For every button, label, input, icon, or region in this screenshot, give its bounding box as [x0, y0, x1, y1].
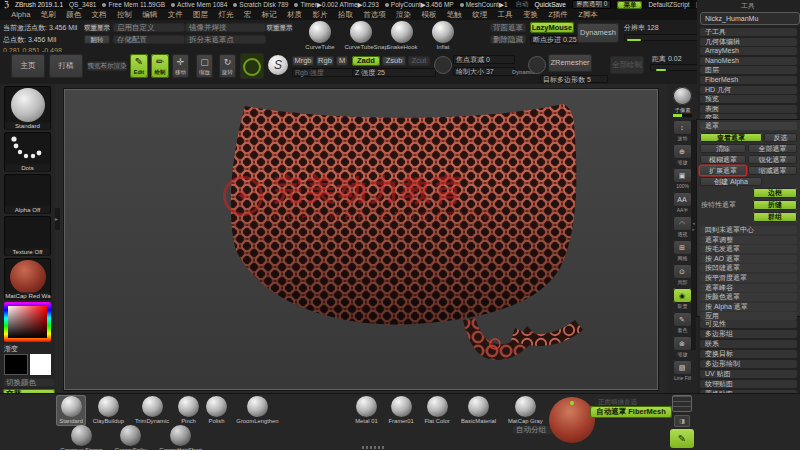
right-shelf-button[interactable]: ◠ 透视	[672, 216, 693, 237]
menu-item[interactable]: 标记	[256, 10, 281, 20]
mirror-and-weld-button[interactable]: 镜像并焊接	[185, 23, 266, 32]
tray-brush[interactable]: Standard	[56, 395, 86, 426]
tray-brush[interactable]: GroomHairShort	[155, 424, 206, 450]
right-shelf-button[interactable]: ⊞ 网格	[672, 240, 693, 261]
mask-action-item[interactable]: 回到未遮罩中心	[700, 226, 797, 234]
target-polycount-slider[interactable]: 目标多边形数 5	[540, 75, 608, 83]
tray-brush[interactable]: ClayBuildup	[89, 395, 128, 426]
sculptris-pro-button[interactable]	[240, 53, 264, 79]
quick-brush[interactable]: CurveTube	[302, 21, 338, 51]
right-shelf-button[interactable]: ▣ 100%	[672, 168, 693, 189]
tray-brush[interactable]: GroomLengthen	[232, 395, 283, 426]
preview-boolean-button[interactable]: 预览布尔渲染	[87, 61, 127, 71]
subpalette-item[interactable]: 图层	[700, 66, 797, 74]
menu-item[interactable]: 变换	[518, 10, 543, 20]
clear-mask-button[interactable]: 清除	[700, 144, 746, 153]
menu-item[interactable]: 颜色	[61, 10, 86, 20]
ui-opacity-slider[interactable]: 界面透明 0	[572, 0, 611, 9]
blur-mask-button[interactable]: 模糊遮罩	[700, 155, 746, 164]
menu-item[interactable]: 文件	[162, 10, 187, 20]
tray-brush[interactable]: GroomSpike	[111, 424, 151, 450]
menu-item[interactable]: 模板	[416, 10, 441, 20]
tray-material[interactable]: Metal 01	[352, 395, 381, 426]
view-mask-button[interactable]: 查看遮罩	[700, 133, 762, 142]
right-shelf-button[interactable]: ▨ Line Fill	[672, 360, 693, 381]
right-shelf-button[interactable]: ⊕ 缩放	[672, 144, 693, 165]
curve-step-slider[interactable]: 断点步进 0.25	[530, 35, 580, 44]
mask-action-item[interactable]: 遮罩峰谷	[700, 284, 797, 292]
menu-toggle-button[interactable]: 菜单	[617, 1, 642, 9]
draw-all-button[interactable]: 全部绘制	[610, 56, 644, 74]
menu-item[interactable]: 编辑	[137, 10, 162, 20]
quick-edit-icon[interactable]: ✎	[670, 429, 694, 448]
inverse-button[interactable]: 反选	[764, 133, 797, 142]
z-intensity-slider[interactable]: Z 强度 25	[352, 68, 436, 77]
enable-custom-button[interactable]: 启用自定义	[113, 23, 185, 32]
mrgb-button[interactable]: Mrgb	[292, 56, 314, 66]
rgb-intensity-slider[interactable]: Rgb 强度	[292, 68, 354, 77]
tray-material[interactable]: MatCap Gray	[504, 395, 547, 426]
viewport-canvas[interactable]: ✦ 完美动力教育 CGPOWER EDUCATION ▸	[55, 84, 667, 395]
draw-button[interactable]: ✏ 绘制	[151, 54, 169, 78]
shrink-mask-button[interactable]: 缩减遮罩	[748, 166, 797, 175]
tray-brush[interactable]: TrimDynamic	[131, 395, 173, 426]
menu-item[interactable]: 材质	[282, 10, 307, 20]
subpalette-item[interactable]: 可见性	[700, 320, 797, 328]
current-stroke-tile[interactable]: Dots	[4, 132, 51, 172]
feature-crease-button[interactable]: 折缝	[753, 200, 797, 210]
quicksave-button[interactable]: QuickSave	[535, 1, 566, 8]
menu-item[interactable]: 笔刷	[36, 10, 61, 20]
right-shelf-button[interactable]: ⊙ 局部	[672, 264, 693, 285]
subpalette-item[interactable]: 联系	[700, 340, 797, 348]
subpalette-item[interactable]: UV 贴图	[700, 370, 797, 378]
tray-material[interactable]: Framer01	[385, 395, 417, 426]
mask-action-item[interactable]: 按颜色遮罩	[700, 293, 797, 301]
menu-item[interactable]: 笔触	[442, 10, 467, 20]
delete-hidden-button[interactable]: 删除隐藏	[490, 35, 526, 44]
feature-group-button[interactable]: 群组	[753, 212, 797, 222]
main-color-swatch[interactable]	[4, 354, 28, 375]
tray-material[interactable]: Flat Color	[421, 395, 453, 426]
zremesher-button[interactable]: ZRemesher	[548, 54, 592, 72]
color-picker[interactable]	[4, 302, 51, 342]
edit-button[interactable]: ✎ Edit	[130, 54, 148, 78]
menu-item[interactable]: 图层	[188, 10, 213, 20]
subpalette-item[interactable]: HD 几何	[700, 86, 797, 94]
subpalette-item[interactable]: 变换目标	[700, 350, 797, 358]
flip-button[interactable]: 翻转	[84, 35, 110, 44]
subpalette-item[interactable]: 预览	[700, 95, 797, 103]
mask-action-item[interactable]: 按 AO 遮罩	[700, 255, 797, 263]
tray-brush[interactable]: Polish	[204, 395, 229, 426]
right-shelf-button[interactable]: ✎ 着色	[672, 312, 693, 333]
stroke-curve-icon[interactable]: S	[268, 55, 288, 75]
subpalette-item[interactable]: 子工具	[700, 28, 797, 36]
split-unmasked-button[interactable]: 拆分未遮罩点	[185, 35, 266, 44]
zcut-button[interactable]: Zcut	[408, 56, 430, 66]
right-shelf-button[interactable]: ◉ 取景	[672, 288, 693, 309]
active-tool-name[interactable]: Nickz_HumanMu	[700, 12, 800, 25]
zadd-button[interactable]: Zadd	[352, 56, 380, 66]
quick-brush[interactable]: SnakeHook	[384, 21, 420, 51]
resolution-slider[interactable]	[624, 34, 700, 41]
mask-action-item[interactable]: 按毛发遮罩	[700, 245, 797, 253]
menu-item[interactable]: Z脚本	[573, 10, 603, 20]
tray-brush[interactable]: Groomer Strong	[56, 424, 107, 450]
zscript-label[interactable]: DefaultZScript	[648, 1, 689, 8]
dual-display-button-2[interactable]: 双重显示	[266, 23, 293, 32]
subpalette-item[interactable]: 多边形组	[700, 330, 797, 338]
backface-mask-button[interactable]: 背面遮罩	[490, 23, 526, 32]
zsub-button[interactable]: Zsub	[382, 56, 406, 66]
quick-brush[interactable]: CurveTubeSnap	[343, 21, 379, 51]
rotate-button[interactable]: ↻ 旋转	[219, 54, 236, 78]
sharpen-mask-button[interactable]: 锐化遮罩	[748, 155, 797, 164]
current-material-tile[interactable]: MatCap Red Wa	[4, 258, 51, 300]
menu-item[interactable]: 工具	[492, 10, 517, 20]
subpalette-item[interactable]: ArrayMesh	[700, 47, 797, 55]
masking-header[interactable]: 遮罩	[700, 122, 797, 130]
fibermesh-automask-button[interactable]: 自动遮罩 FiberMesh	[590, 406, 672, 418]
menu-item[interactable]: 拾取	[333, 10, 358, 20]
dual-display-button-1[interactable]: 双重显示	[84, 23, 110, 32]
menu-item[interactable]: 影片	[307, 10, 332, 20]
lazymouse-button[interactable]: LazyMouse	[530, 22, 574, 33]
switch-color-button[interactable]: 切换颜色	[3, 378, 55, 387]
